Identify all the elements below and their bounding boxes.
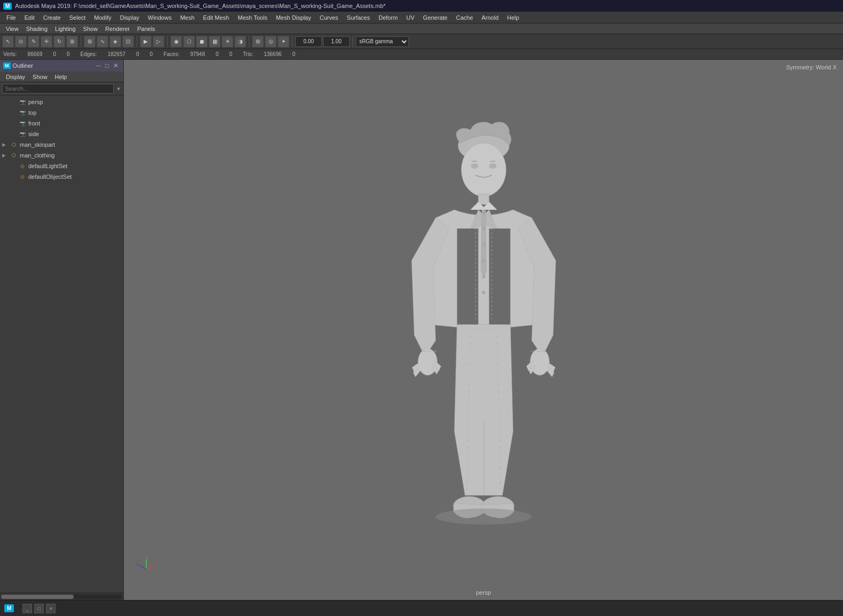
outliner-close-btn[interactable]: ✕ (112, 62, 120, 69)
outliner-item-persp[interactable]: 📷 persp (0, 97, 123, 107)
svg-point-6 (482, 243, 485, 246)
tool-camera[interactable]: ⊞ (252, 36, 264, 48)
menu-arnold[interactable]: Arnold (477, 13, 503, 22)
outliner-label-lightset: defaultLightSet (28, 163, 67, 169)
outliner-label-persp: persp (28, 99, 43, 105)
menu-select[interactable]: Select (65, 13, 90, 22)
camera-icon-front: 📷 (18, 119, 27, 128)
outliner-title-left: M Outliner (3, 62, 33, 69)
outliner-search-input[interactable] (2, 84, 114, 93)
tool-snap-curve[interactable]: ∿ (97, 36, 108, 48)
toolbar: ↖ ⊙ ✎ ✛ ↻ ⊞ ⊞ ∿ ◈ ⊡ ▶ ▷ ◉ ⬡ ◼ ▦ ☀ ◑ ⊞ ◎ … (0, 34, 843, 49)
menu-file[interactable]: File (2, 13, 20, 22)
tool-scale[interactable]: ⊞ (66, 36, 78, 48)
outliner-menubar: Display Show Help (0, 72, 123, 82)
group-icon-skinpart: ⬡ (10, 140, 18, 149)
menu-windows[interactable]: Windows (144, 13, 176, 22)
viewport-submenu-bar: View Shading Lighting Show Renderer Pane… (0, 23, 843, 34)
tool-paint[interactable]: ✎ (28, 36, 40, 48)
outliner-item-side[interactable]: 📷 side (0, 129, 123, 139)
svg-point-2 (471, 163, 478, 169)
menu-mesh-tools[interactable]: Mesh Tools (233, 13, 271, 22)
edges-label: Edges: (81, 51, 97, 57)
window-title: Autodesk Maya 2019: F:\model_sell\GameAs… (15, 3, 385, 9)
statusbar-close-btn[interactable]: × (46, 604, 56, 613)
tool-move[interactable]: ✛ (41, 36, 52, 48)
tool-snap-view[interactable]: ⊡ (122, 36, 134, 48)
viewport[interactable]: Symmetry: World X (124, 60, 843, 600)
menu-help[interactable]: Help (503, 13, 524, 22)
outliner-menu-help[interactable]: Help (51, 73, 71, 81)
submenu-panels[interactable]: Panels (133, 25, 159, 33)
menu-edit[interactable]: Edit (20, 13, 39, 22)
menu-edit-mesh[interactable]: Edit Mesh (199, 13, 233, 22)
gamma-select[interactable]: sRGB gamma (356, 36, 409, 47)
statusbar-minimize-btn[interactable]: _ (22, 604, 32, 613)
svg-line-17 (146, 565, 155, 569)
submenu-renderer[interactable]: Renderer (101, 25, 133, 33)
svg-point-1 (461, 143, 506, 196)
tool-render[interactable]: ▶ (140, 36, 152, 48)
submenu-view[interactable]: View (2, 25, 22, 33)
outliner-label-clothing: man_clothing (20, 152, 54, 159)
edges-value: 182657 (108, 51, 125, 57)
outliner-item-top[interactable]: 📷 top (0, 107, 123, 118)
tool-wireframe[interactable]: ⬡ (183, 36, 195, 48)
outliner-item-lightset[interactable]: ◎ defaultLightSet (0, 161, 123, 171)
value2-input[interactable] (323, 36, 350, 47)
outliner-menu-show[interactable]: Show (29, 73, 51, 81)
outliner-label-skinpart: man_skinpart (20, 141, 55, 148)
outliner-item-objectset[interactable]: ◎ defaultObjectSet (0, 171, 123, 182)
scroll-thumb[interactable] (1, 595, 74, 599)
outliner-scrollbar[interactable] (0, 593, 123, 600)
tool-light[interactable]: ☀ (222, 36, 233, 48)
menu-generate[interactable]: Generate (419, 13, 452, 22)
menu-modify[interactable]: Modify (90, 13, 115, 22)
outliner-search-bar: ▼ (0, 82, 123, 96)
menu-cache[interactable]: Cache (452, 13, 477, 22)
outliner-item-man-skinpart[interactable]: ▶ ⬡ man_skinpart (0, 139, 123, 150)
tool-shadow[interactable]: ◑ (234, 36, 246, 48)
tool-display-all[interactable]: ◉ (170, 36, 182, 48)
statusbar-restore-btn[interactable]: □ (34, 604, 44, 613)
scroll-track[interactable] (1, 595, 122, 599)
tool-xray[interactable]: ✦ (278, 36, 289, 48)
outliner-label-objectset: defaultObjectSet (28, 173, 72, 180)
character-svg (372, 111, 596, 549)
title-bar: M Autodesk Maya 2019: F:\model_sell\Game… (0, 0, 843, 12)
tool-ipr[interactable]: ▷ (153, 36, 164, 48)
submenu-lighting[interactable]: Lighting (51, 25, 80, 33)
menu-display[interactable]: Display (116, 13, 144, 22)
menu-curves[interactable]: Curves (316, 13, 343, 22)
maya-logo: M (3, 3, 12, 10)
tool-lasso[interactable]: ⊙ (15, 36, 27, 48)
tool-smooth[interactable]: ◼ (196, 36, 208, 48)
faces-sel1: 0 (216, 51, 219, 57)
tool-isolate[interactable]: ◎ (265, 36, 277, 48)
value1-input[interactable] (295, 36, 322, 47)
tool-texture[interactable]: ▦ (209, 36, 220, 48)
menu-uv[interactable]: UV (402, 13, 419, 22)
outliner-label-top: top (28, 109, 36, 116)
tool-snap-point[interactable]: ◈ (109, 36, 121, 48)
separator-6 (352, 36, 353, 47)
menu-deform[interactable]: Deform (374, 13, 402, 22)
tool-snap-grid[interactable]: ⊞ (84, 36, 96, 48)
menu-mesh-display[interactable]: Mesh Display (272, 13, 316, 22)
outliner-maximize-btn[interactable]: □ (104, 62, 111, 69)
outliner-minimize-btn[interactable]: ─ (94, 62, 103, 69)
search-dropdown-icon[interactable]: ▼ (116, 86, 121, 92)
menu-bar: File Edit Create Select Modify Display W… (0, 12, 843, 23)
tool-select[interactable]: ↖ (2, 36, 14, 48)
svg-point-14 (436, 509, 532, 525)
submenu-shading[interactable]: Shading (22, 25, 51, 33)
outliner-item-man-clothing[interactable]: ▶ ⬡ man_clothing (0, 150, 123, 161)
menu-mesh[interactable]: Mesh (176, 13, 199, 22)
tool-rotate[interactable]: ↻ (53, 36, 65, 48)
menu-create[interactable]: Create (39, 13, 65, 22)
outliner-item-front[interactable]: 📷 front (0, 118, 123, 129)
submenu-show[interactable]: Show (80, 25, 102, 33)
menu-surfaces[interactable]: Surfaces (343, 13, 374, 22)
separator-3 (167, 36, 168, 47)
outliner-menu-display[interactable]: Display (2, 73, 29, 81)
